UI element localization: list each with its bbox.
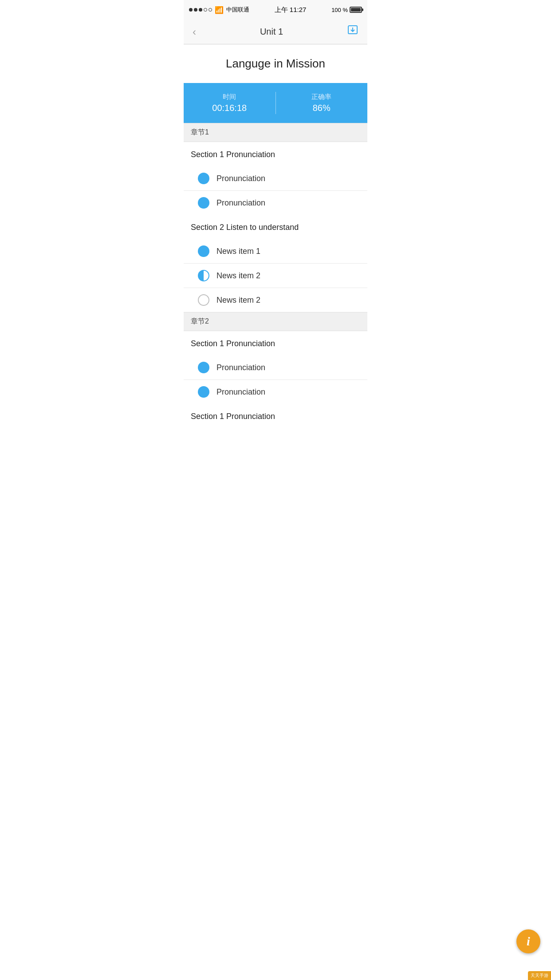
status-right: 100 % xyxy=(331,7,362,13)
status-left: 📶 中国联通 xyxy=(189,6,249,14)
item-label: Pronunciation xyxy=(216,198,265,208)
status-bar: 📶 中国联通 上午 11:27 100 % xyxy=(184,0,367,20)
item-label: Pronunciation xyxy=(216,387,265,397)
list-item[interactable]: News item 1 xyxy=(184,239,367,264)
chapter-1-section-2-group: Section 2 Listen to understand xyxy=(184,215,367,239)
page-title: Languge in Mission xyxy=(184,44,367,83)
stats-time-label: 时间 xyxy=(223,93,236,101)
stats-rate: 正确率 86% xyxy=(276,93,368,113)
half-circle-icon xyxy=(198,270,209,281)
full-circle-icon xyxy=(198,173,209,184)
full-circle-icon xyxy=(198,197,209,209)
list-item[interactable]: Pronunciation xyxy=(184,191,367,215)
nav-bar: ‹ Unit 1 xyxy=(184,20,367,44)
list-item[interactable]: News item 2 xyxy=(184,264,367,288)
nav-title: Unit 1 xyxy=(260,27,283,37)
item-label: News item 1 xyxy=(216,247,260,256)
item-label: News item 2 xyxy=(216,296,260,305)
battery-percent: 100 % xyxy=(331,7,348,13)
stats-time-value: 00:16:18 xyxy=(212,103,247,113)
item-label: Pronunciation xyxy=(216,174,265,183)
stats-banner: 时间 00:16:18 正确率 86% xyxy=(184,83,367,123)
list-item[interactable]: News item 2 xyxy=(184,288,367,312)
item-label: Pronunciation xyxy=(216,363,265,372)
chapter-2-section-1-items: Pronunciation Pronunciation xyxy=(184,356,367,404)
chapter-2-section-1-group: Section 1 Pronunciation xyxy=(184,331,367,356)
empty-circle-icon xyxy=(198,294,209,306)
chapter-1-section-2-items: News item 1 News item 2 News item 2 xyxy=(184,239,367,312)
section-2-title: Section 2 Listen to understand xyxy=(191,223,360,232)
full-circle-icon xyxy=(198,362,209,373)
stats-rate-value: 86% xyxy=(313,103,331,113)
stats-time: 时间 00:16:18 xyxy=(184,93,276,113)
chapter-1-section-1-group: Section 1 Pronunciation xyxy=(184,142,367,166)
stats-rate-label: 正确率 xyxy=(311,93,331,101)
signal-icon xyxy=(189,8,212,12)
download-button[interactable] xyxy=(345,23,360,41)
chapter-2-section-1-title: Section 1 Pronunciation xyxy=(191,339,360,348)
back-button[interactable]: ‹ xyxy=(191,24,198,40)
section-1-title: Section 1 Pronunciation xyxy=(191,150,360,159)
list-item[interactable]: Pronunciation xyxy=(184,380,367,404)
list-item[interactable]: Pronunciation xyxy=(184,166,367,191)
chapter-2-header: 章节2 xyxy=(184,312,367,331)
chapter-1-header: 章节1 xyxy=(184,123,367,142)
status-time: 上午 11:27 xyxy=(275,6,307,14)
chapter-2-section-2-title: Section 1 Pronunciation xyxy=(191,412,360,421)
battery-icon xyxy=(350,7,362,13)
item-label: News item 2 xyxy=(216,271,260,281)
full-circle-icon xyxy=(198,245,209,257)
full-circle-icon xyxy=(198,386,209,398)
chapter-1-section-1-items: Pronunciation Pronunciation xyxy=(184,166,367,215)
list-item[interactable]: Pronunciation xyxy=(184,356,367,380)
wifi-icon: 📶 xyxy=(215,6,224,14)
carrier-text: 中国联通 xyxy=(226,6,249,14)
chapter-2-section-2-group: Section 1 Pronunciation xyxy=(184,404,367,428)
